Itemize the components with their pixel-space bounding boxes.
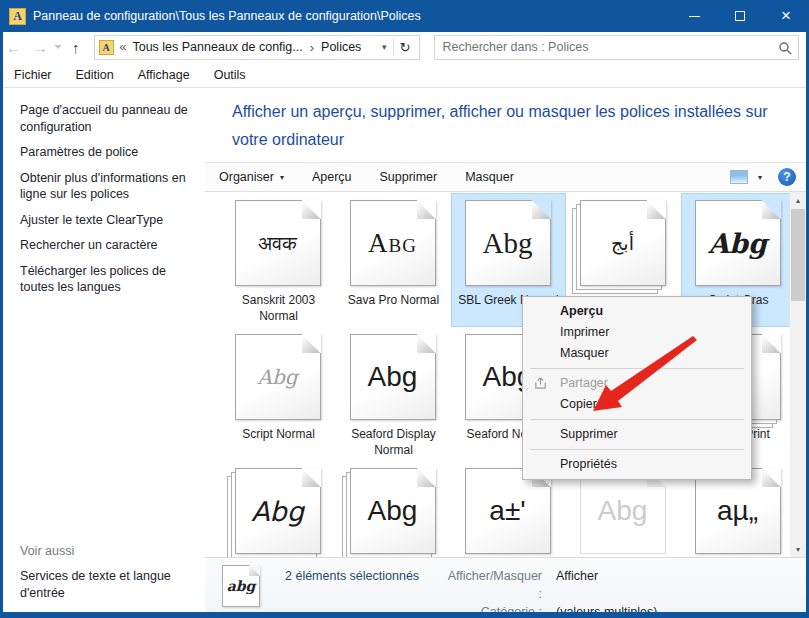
menu-separator (530, 449, 744, 450)
masquer-button[interactable]: Masquer (465, 170, 514, 184)
font-family-stack-icon: Abg (235, 468, 321, 554)
search-input[interactable] (435, 36, 799, 59)
fonts-control-panel-window: A Panneau de configuration\Tous les Pann… (0, 0, 809, 618)
apercu-button[interactable]: Aperçu (312, 170, 352, 184)
menu-separator (530, 368, 744, 369)
font-tile[interactable]: Abg (221, 461, 336, 557)
sidebar-item-cleartype[interactable]: Ajuster le texte ClearType (20, 212, 190, 229)
minimize-button[interactable] (671, 0, 717, 32)
navigation-bar: ← → ↑ A « Tous les Panneaux de config...… (0, 32, 809, 62)
close-button[interactable]: × (763, 0, 809, 32)
sidebar-item-text-services[interactable]: Services de texte et langue d'entrée (20, 568, 190, 601)
fonts-folder-icon: A (99, 40, 114, 55)
font-tile-label: Script Normal (226, 427, 332, 443)
share-icon (533, 376, 548, 391)
font-family-stack-icon: أبج (580, 200, 666, 286)
font-file-icon: Abg (350, 200, 436, 286)
command-toolbar: Organiser ▾ Aperçu Supprimer Masquer ▾ ? (205, 162, 806, 192)
search-box[interactable] (434, 35, 800, 60)
up-button[interactable]: ↑ (66, 40, 86, 55)
selection-preview-icon: abg (222, 565, 260, 607)
see-also-header: Voir aussi (20, 544, 74, 558)
scroll-down-icon[interactable]: ▾ (790, 541, 806, 557)
font-tile[interactable]: Abg Script Normal (221, 327, 336, 461)
context-menu: Aperçu Imprimer Masquer Partager Copier … (522, 296, 752, 480)
font-file-icon: aµ„ (695, 468, 781, 554)
menu-separator (530, 419, 744, 420)
detail-field-value: Afficher (556, 567, 598, 603)
breadcrumb-separator-icon: › (303, 40, 321, 55)
breadcrumb-leaf[interactable]: Polices (321, 40, 361, 54)
sidebar-item-download-fonts[interactable]: Télécharger les polices de toutes les la… (20, 263, 190, 296)
font-file-icon: Abg (350, 334, 436, 420)
menu-bar: Fichier Edition Affichage Outils (0, 62, 809, 88)
context-menu-imprimer[interactable]: Imprimer (523, 322, 751, 343)
forward-button[interactable]: → (27, 40, 54, 55)
sidebar-item-find-character[interactable]: Rechercher un caractère (20, 237, 190, 254)
close-icon: × (781, 6, 791, 26)
font-tile[interactable]: Abg (336, 461, 451, 557)
window-border (0, 612, 809, 618)
address-dropdown-icon[interactable]: ▾ (376, 42, 393, 52)
context-menu-partager: Partager (523, 373, 751, 394)
back-button[interactable]: ← (0, 40, 27, 55)
sidebar-item-home[interactable]: Page d'accueil du panneau de configurati… (20, 102, 190, 135)
menu-edition[interactable]: Edition (76, 68, 114, 82)
menu-affichage[interactable]: Affichage (138, 68, 190, 82)
sidebar-item-font-settings[interactable]: Paramètres de police (20, 144, 190, 161)
font-tile[interactable]: Abg Seaford Display Normal (336, 327, 451, 461)
scrollbar-thumb[interactable] (791, 209, 805, 301)
window-border (0, 32, 3, 618)
font-tile-label: Sanskrit 2003 Normal (226, 293, 332, 324)
font-tile-label: Seaford Display Normal (341, 427, 447, 458)
refresh-button[interactable]: ↻ (394, 40, 417, 55)
minimize-icon (689, 16, 700, 17)
maximize-button[interactable] (717, 0, 763, 32)
recent-pages-chevron[interactable] (54, 45, 62, 49)
views-icon[interactable] (730, 170, 748, 184)
chevron-down-icon: ▾ (280, 173, 284, 182)
font-file-icon: Abg (695, 200, 781, 286)
views-dropdown-icon[interactable]: ▾ (758, 173, 762, 182)
font-file-icon: Abg (465, 200, 551, 286)
scroll-up-icon[interactable]: ▴ (790, 192, 806, 208)
context-menu-masquer[interactable]: Masquer (523, 343, 751, 364)
font-tile[interactable]: अवक Sanskrit 2003 Normal (221, 193, 336, 327)
title-bar: A Panneau de configuration\Tous les Pann… (0, 0, 809, 32)
font-file-icon: Abg (580, 468, 666, 554)
font-file-icon: अवक (235, 200, 321, 286)
context-menu-proprietes[interactable]: Propriétés (523, 454, 751, 475)
sidebar: Page d'accueil du panneau de configurati… (0, 88, 205, 612)
selection-count: 2 éléments sélectionnés (285, 567, 447, 603)
app-icon: A (9, 8, 26, 25)
organiser-button[interactable]: Organiser ▾ (219, 170, 284, 184)
help-button[interactable]: ? (778, 168, 796, 186)
font-tile-label: Sava Pro Normal (341, 293, 447, 309)
context-menu-apercu[interactable]: Aperçu (523, 301, 751, 322)
search-icon (778, 41, 792, 55)
detail-field-label: Afficher/Masquer : (447, 567, 542, 603)
page-title: Afficher un aperçu, supprimer, afficher … (232, 98, 792, 154)
window-title: Panneau de configuration\Tous les Pannea… (33, 9, 421, 23)
context-menu-copier[interactable]: Copier (523, 394, 751, 415)
address-bar[interactable]: A « Tous les Panneaux de config... › Pol… (94, 35, 420, 60)
sidebar-item-font-info-online[interactable]: Obtenir plus d'informations en ligne sur… (20, 170, 190, 203)
font-family-stack-icon: Abg (350, 468, 436, 554)
supprimer-button[interactable]: Supprimer (380, 170, 438, 184)
font-file-icon: a±' (465, 468, 551, 554)
menu-outils[interactable]: Outils (214, 68, 246, 82)
breadcrumb-root[interactable]: Tous les Panneaux de config... (132, 40, 302, 54)
menu-fichier[interactable]: Fichier (14, 68, 52, 82)
font-tile[interactable]: Abg Sava Pro Normal (336, 193, 451, 327)
context-menu-supprimer[interactable]: Supprimer (523, 424, 751, 445)
font-file-icon: Abg (235, 334, 321, 420)
breadcrumb-prefix: « (120, 40, 127, 54)
details-pane: abg 2 éléments sélectionnés Afficher/Mas… (205, 557, 806, 612)
vertical-scrollbar[interactable]: ▴ ▾ (790, 192, 806, 557)
maximize-icon (735, 11, 745, 21)
